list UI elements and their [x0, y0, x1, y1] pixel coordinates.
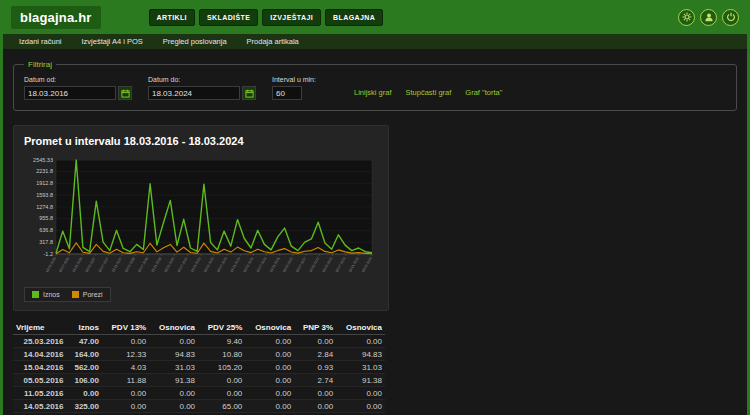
table-cell: 0.00 — [102, 400, 149, 413]
table-cell: 0.00 — [102, 335, 149, 348]
y-tick-label: -1.2 — [44, 251, 53, 257]
legend-item-porezi: Porezi — [72, 291, 103, 298]
top-icons — [678, 9, 739, 26]
subnav-izvjestaji-a4-pos[interactable]: Izvještaji A4 i POS — [72, 34, 153, 49]
date-to-calendar-icon[interactable] — [242, 86, 256, 100]
user-icon[interactable] — [700, 9, 717, 26]
table-cell: 25.03.2016 — [13, 335, 67, 348]
table-cell: 14.05.2016 — [13, 400, 67, 413]
y-tick-label: 1912.8 — [36, 180, 53, 186]
legend-item-iznos: Iznos — [32, 291, 60, 298]
table-row[interactable]: 15.04.2016562.004.0331.03105.200.000.933… — [13, 361, 385, 374]
x-tick-label: 18.11.2021 — [269, 256, 281, 273]
table-cell: 562.00 — [67, 361, 102, 374]
table-cell: 2.74 — [294, 374, 336, 387]
table-cell: 0.00 — [245, 348, 294, 361]
table-cell: 31.03 — [336, 361, 385, 374]
interval-label: Interval u min: — [272, 76, 316, 83]
table-cell: 15.04.2016 — [13, 361, 67, 374]
y-tick-label: 317.8 — [39, 239, 53, 245]
table-cell: 0.00 — [294, 387, 336, 400]
link-graf-torta[interactable]: Graf "torta" — [465, 88, 502, 97]
table-cell: 91.38 — [149, 374, 198, 387]
main-nav: ARTIKLI SKLADIŠTE IZVJEŠTAJI BLAGAJNA — [149, 9, 384, 26]
table-cell: 0.00 — [245, 400, 294, 413]
top-header-bar: blagajna.hr ARTIKLI SKLADIŠTE IZVJEŠTAJI… — [3, 0, 747, 34]
legend-label-iznos: Iznos — [43, 291, 60, 298]
chart-panel: Promet u intervalu 18.03.2016 - 18.03.20… — [13, 125, 389, 311]
col-iznos: Iznos — [67, 321, 102, 335]
table-row[interactable]: 14.05.2016325.000.000.0065.000.000.000.0… — [13, 400, 385, 413]
table-cell: 0.00 — [149, 387, 198, 400]
table-row[interactable]: 14.04.2016164.0012.3394.8310.800.002.849… — [13, 348, 385, 361]
x-tick-label: 18.11.2018 — [150, 256, 162, 273]
y-tick-label: 1274.8 — [36, 204, 53, 210]
table-cell: 0.93 — [294, 361, 336, 374]
table-cell: 12.33 — [102, 348, 149, 361]
table-cell: 0.00 — [336, 400, 385, 413]
date-from-input[interactable] — [24, 86, 116, 100]
power-icon[interactable] — [722, 9, 739, 26]
col-pdv13: PDV 13% — [102, 321, 149, 335]
nav-blagajna-button[interactable]: BLAGAJNA — [325, 9, 383, 26]
y-tick-label: 955.8 — [39, 215, 53, 221]
date-to-input[interactable] — [148, 86, 240, 100]
settings-icon[interactable] — [678, 9, 695, 26]
table-cell: 65.00 — [198, 400, 245, 413]
x-tick-label: 18.07.2017 — [98, 256, 110, 273]
col-osnovica-1: Osnovica — [149, 321, 198, 335]
legend-label-porezi: Porezi — [83, 291, 103, 298]
line-chart: 2545.332231.81912.81593.81274.8955.8636.… — [24, 154, 376, 284]
iznos-swatch — [32, 291, 39, 298]
table-cell: 0.00 — [149, 335, 198, 348]
x-tick-label: 18.07.2019 — [177, 256, 189, 273]
date-from-group: Datum od: — [24, 76, 132, 100]
x-tick-label: 18.11.2016 — [71, 256, 83, 273]
y-tick-label: 2231.8 — [36, 168, 53, 174]
table-cell: 47.00 — [67, 335, 102, 348]
y-tick-label: 2545.33 — [33, 157, 53, 163]
totals-table-section: Vrijeme Iznos PDV 13% Osnovica PDV 25% O… — [13, 321, 385, 415]
table-cell: 2.84 — [294, 348, 336, 361]
table-cell: 0.00 — [245, 335, 294, 348]
col-vrijeme: Vrijeme — [13, 321, 67, 335]
table-cell: 105.20 — [198, 361, 245, 374]
page: blagajna.hr ARTIKLI SKLADIŠTE IZVJEŠTAJI… — [0, 0, 750, 415]
x-tick-label: 18.03.2018 — [124, 256, 136, 273]
table-cell: 106.00 — [67, 374, 102, 387]
date-to-label: Datum do: — [148, 76, 256, 83]
table-row[interactable]: 11.05.20160.000.000.000.000.000.000.00 — [13, 387, 385, 400]
x-tick-label: 18.07.2020 — [216, 256, 228, 273]
table-cell: 0.00 — [149, 400, 198, 413]
x-tick-label: 18.03.2016 — [45, 256, 57, 273]
table-cell: 0.00 — [336, 335, 385, 348]
col-osnovica-2: Osnovica — [245, 321, 294, 335]
nav-skladiste-button[interactable]: SKLADIŠTE — [199, 9, 258, 26]
x-tick-label: 18.07.2021 — [256, 256, 268, 273]
table-cell: 05.05.2016 — [13, 374, 67, 387]
subnav-prodaja-artikala[interactable]: Prodaja artikala — [237, 34, 309, 49]
subnav-izdani-racuni[interactable]: Izdani računi — [9, 34, 72, 49]
date-from-calendar-icon[interactable] — [118, 86, 132, 100]
table-cell: 31.03 — [149, 361, 198, 374]
filter-section: Filtriraj Datum od: Datum do: — [3, 50, 747, 111]
y-tick-label: 636.8 — [39, 227, 53, 233]
x-tick-label: 18.07.2023 — [335, 256, 347, 273]
table-cell: 0.00 — [198, 374, 245, 387]
table-row[interactable]: 25.03.201647.000.000.009.400.000.000.00 — [13, 335, 385, 348]
col-pnp3: PNP 3% — [294, 321, 336, 335]
link-linijski-graf[interactable]: Linijski graf — [354, 88, 392, 97]
table-row[interactable]: 05.05.2016106.0011.8891.380.000.002.7491… — [13, 374, 385, 387]
table-cell: 11.05.2016 — [13, 387, 67, 400]
nav-izvjestaji-button[interactable]: IZVJEŠTAJI — [262, 9, 321, 26]
nav-artikli-button[interactable]: ARTIKLI — [149, 9, 195, 26]
interval-input[interactable] — [272, 86, 302, 100]
table-cell: 0.00 — [102, 387, 149, 400]
y-tick-label: 1593.8 — [36, 192, 53, 198]
x-tick-label: 18.11.2019 — [190, 256, 202, 273]
link-stupcasti-graf[interactable]: Stupčasti graf — [405, 88, 451, 97]
x-tick-label: 18.11.2020 — [229, 256, 241, 273]
x-tick-label: 18.03.2020 — [203, 256, 215, 273]
subnav-pregled-poslovanja[interactable]: Pregled poslovanja — [153, 34, 237, 49]
table-cell: 94.83 — [149, 348, 198, 361]
